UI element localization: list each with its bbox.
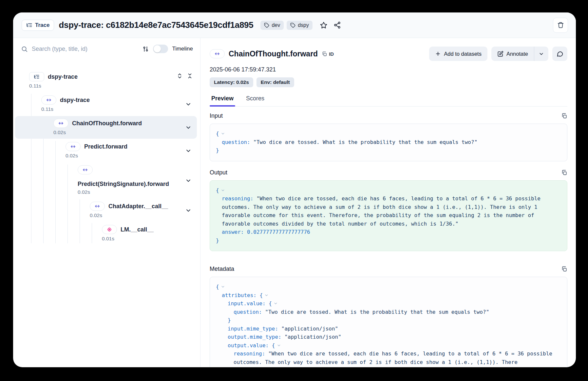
search-input[interactable] [32, 46, 138, 52]
json-key: question: [234, 309, 265, 315]
timeline-toggle-label: Timeline [172, 46, 193, 52]
tree-node-duration: 0.02s [90, 212, 182, 218]
generation-icon [102, 225, 117, 234]
json-line: attributes: { [216, 291, 561, 300]
chevron-down-icon[interactable] [185, 148, 192, 154]
json-key: attributes: [222, 292, 260, 298]
tree-node-dspy-trace-span[interactable]: dspy-trace 0.11s [15, 93, 197, 115]
filters-icon[interactable] [142, 46, 149, 52]
json-line: input.value: { [216, 299, 561, 308]
json-collapse-chevron-icon[interactable] [221, 283, 225, 291]
json-collapse-chevron-icon[interactable] [221, 130, 225, 138]
tree-node-predict-forward[interactable]: Predict.forward 0.02s [15, 139, 197, 162]
input-json-viewer: {question: "Two dice are tossed. What is… [210, 124, 567, 161]
span-icon [210, 49, 225, 58]
favorite-star-icon[interactable] [320, 21, 328, 29]
tag-label: dev [272, 22, 280, 28]
json-line: question: "Two dice are tossed. What is … [216, 308, 561, 316]
page-title: dspy-trace: c6182b14e8e7ac7543645e19cdf1… [59, 20, 253, 30]
json-key: question: [222, 139, 253, 145]
json-value: "When two dice are tossed, each die has … [234, 351, 556, 365]
timeline-toggle[interactable] [153, 45, 168, 53]
chevron-down-icon[interactable] [185, 124, 192, 131]
json-line: } [216, 146, 561, 155]
json-open-brace: { [269, 300, 272, 307]
json-open-brace: { [216, 187, 219, 193]
tree-node-duration: 0.02s [66, 153, 182, 159]
copy-icon [322, 51, 327, 57]
json-close-brace: } [216, 147, 219, 153]
json-key: reasoning: [222, 195, 256, 202]
json-line: question: "Two dice are tossed. What is … [216, 138, 561, 147]
json-line: answer: 0.027777777777777776 [216, 228, 561, 236]
tree-node-predict-stringsignature-forward[interactable]: Predict(StringSignature).forward 0.02s [15, 163, 197, 198]
expand-all-icon[interactable] [177, 73, 183, 79]
tree-node-label: Predict(StringSignature).forward [78, 181, 182, 188]
json-key: output.mime_type: [228, 334, 284, 340]
copy-metadata-icon[interactable] [561, 266, 567, 272]
search-icon [21, 46, 28, 52]
tag-dspy[interactable]: dspy [287, 21, 313, 30]
add-to-datasets-button[interactable]: Add to datasets [429, 47, 487, 61]
copy-output-icon[interactable] [561, 170, 567, 176]
json-open-brace: { [260, 292, 263, 298]
json-open-brace: { [216, 130, 219, 137]
json-line: } [216, 316, 561, 325]
trash-icon [557, 22, 564, 29]
json-value: "application/json" [281, 326, 338, 332]
input-section-title: Input [210, 112, 223, 119]
plus-icon [435, 51, 441, 57]
share-icon[interactable] [333, 21, 341, 29]
json-line: { [216, 186, 561, 195]
annotate-split-button: Annotate [491, 47, 548, 61]
trace-detail-window: Trace dspy-trace: c6182b14e8e7ac7543645e… [13, 12, 576, 367]
delete-trace-button[interactable] [553, 18, 568, 33]
detail-tabs: Preview Scores [210, 94, 567, 107]
output-json-viewer: {reasoning: "When two dice are tossed, e… [210, 180, 567, 251]
tree-node-duration: 0.02s [78, 189, 182, 195]
tree-node-label: ChatAdapter.__call__ [108, 203, 168, 210]
chevron-down-icon[interactable] [185, 101, 192, 108]
comment-bubble-icon [557, 50, 563, 57]
tree-search-row: Timeline [13, 38, 200, 60]
json-collapse-chevron-icon[interactable] [277, 341, 281, 350]
collapse-all-icon[interactable] [187, 73, 193, 79]
span-icon [90, 202, 105, 211]
tree-node-root-trace[interactable]: dspy-trace 0.11s [15, 70, 197, 92]
span-icon [78, 165, 93, 174]
copy-input-icon[interactable] [561, 113, 567, 119]
chevron-down-icon[interactable] [185, 177, 192, 184]
annotate-label: Annotate [506, 51, 528, 57]
json-line: { [216, 130, 561, 138]
preview-scroll-area[interactable]: Input {question: "Two dice are tossed. W… [210, 107, 567, 367]
tab-scores[interactable]: Scores [244, 94, 266, 106]
span-detail-panel: ChainOfThought.forward ID Add to dataset… [200, 38, 576, 367]
json-collapse-chevron-icon[interactable] [274, 299, 278, 308]
output-section-title: Output [210, 169, 227, 176]
tree-node-chatadapter-call[interactable]: ChatAdapter.__call__ 0.02s [15, 199, 197, 222]
id-label: ID [329, 51, 334, 57]
span-icon [53, 119, 68, 128]
trace-icon [29, 72, 44, 81]
env-badge: Env: default [256, 77, 294, 87]
copy-id-button[interactable]: ID [322, 51, 334, 57]
annotate-button[interactable]: Annotate [491, 47, 534, 61]
comments-button[interactable] [552, 47, 567, 61]
tree-node-label: dspy-trace [60, 97, 90, 104]
tag-label: dspy [298, 22, 309, 28]
json-collapse-chevron-icon[interactable] [264, 291, 269, 300]
metadata-json-viewer: {attributes: {input.value: {question: "T… [210, 277, 567, 367]
tree-node-chainofthought-forward[interactable]: ChainOfThought.forward 0.02s [15, 116, 197, 139]
annotate-dropdown-chevron[interactable] [534, 47, 548, 61]
tab-preview[interactable]: Preview [210, 94, 235, 106]
chevron-down-icon[interactable] [185, 207, 192, 214]
span-timestamp: 2025-06-06 17:59:47.321 [210, 66, 567, 73]
tree-node-duration: 0.11s [41, 106, 182, 112]
tag-dev[interactable]: dev [260, 21, 284, 30]
json-collapse-chevron-icon[interactable] [221, 186, 225, 195]
json-key: input.mime_type: [228, 326, 281, 332]
json-close-brace: } [216, 237, 219, 244]
tag-icon [290, 23, 295, 28]
json-line: reasoning: "When two dice are tossed, ea… [216, 350, 561, 366]
tree-node-lm-call[interactable]: LM.__call__ 0.01s [15, 222, 197, 245]
